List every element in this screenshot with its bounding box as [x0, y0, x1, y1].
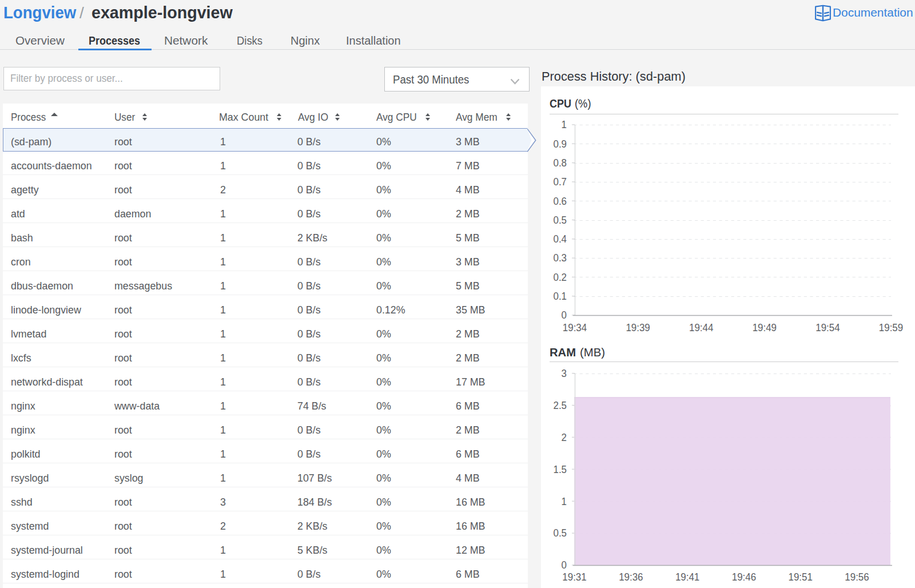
svg-text:1: 1: [562, 496, 567, 507]
svg-text:19:46: 19:46: [732, 571, 756, 583]
svg-text:19:49: 19:49: [753, 322, 777, 333]
svg-text:CPU: CPU: [550, 97, 571, 110]
svg-text:19:56: 19:56: [845, 571, 869, 583]
svg-text:19:54: 19:54: [815, 322, 840, 333]
svg-text:2.5: 2.5: [554, 400, 567, 411]
svg-text:19:39: 19:39: [626, 322, 650, 333]
svg-text:2: 2: [562, 432, 567, 443]
svg-text:0.6: 0.6: [554, 196, 567, 207]
svg-text:(MB): (MB): [580, 345, 605, 359]
svg-text:0.8: 0.8: [554, 157, 567, 169]
svg-text:0.3: 0.3: [554, 252, 567, 264]
svg-text:19:44: 19:44: [689, 322, 713, 333]
svg-text:RAM: RAM: [550, 345, 576, 359]
svg-text:19:51: 19:51: [789, 571, 813, 583]
svg-text:0.4: 0.4: [554, 233, 567, 245]
svg-text:19:59: 19:59: [879, 322, 903, 333]
svg-text:0.2: 0.2: [554, 272, 567, 283]
svg-text:0.9: 0.9: [554, 138, 567, 150]
svg-text:19:41: 19:41: [675, 571, 699, 583]
svg-text:19:34: 19:34: [563, 322, 587, 333]
svg-text:0.5: 0.5: [554, 214, 567, 226]
svg-text:19:36: 19:36: [619, 571, 643, 583]
svg-text:1.5: 1.5: [554, 464, 567, 475]
svg-text:0.7: 0.7: [554, 176, 567, 188]
svg-text:0.1: 0.1: [554, 291, 567, 302]
svg-text:0: 0: [562, 309, 567, 321]
svg-text:1: 1: [562, 119, 567, 130]
svg-text:(%): (%): [575, 97, 591, 110]
svg-text:0: 0: [562, 559, 567, 571]
svg-text:0.5: 0.5: [554, 527, 567, 539]
svg-text:19:31: 19:31: [562, 571, 586, 583]
svg-text:3: 3: [562, 368, 567, 379]
